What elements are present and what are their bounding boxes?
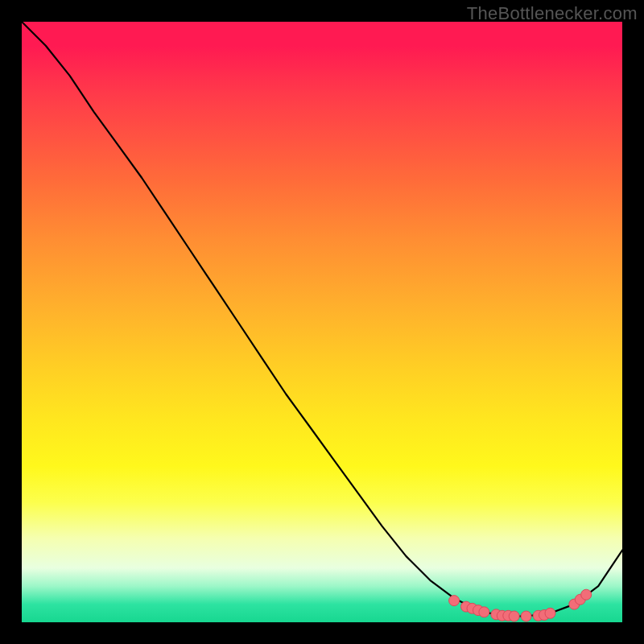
curve-marker [449,596,460,606]
chart-overlay [22,22,622,622]
curve-marker [509,611,519,621]
bottleneck-curve [22,22,622,617]
curve-marker [545,608,555,618]
curve-marker [521,611,531,621]
plot-area [22,22,622,622]
curve-marker [581,589,592,600]
watermark-text: TheBottlenecker.com [467,3,638,24]
curve-marker [479,607,489,617]
chart-frame: TheBottlenecker.com [0,0,644,644]
